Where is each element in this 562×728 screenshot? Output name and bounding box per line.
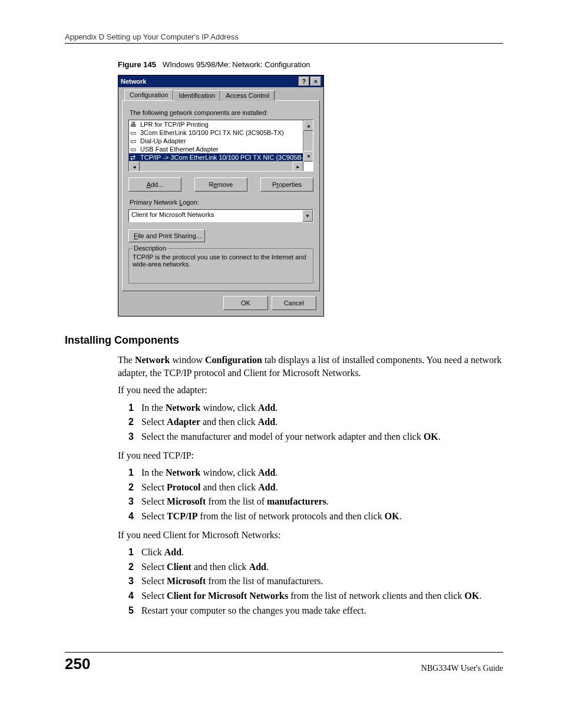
titlebar: Network ? ×: [118, 75, 323, 87]
list-item: 2Select Client and then click Add.: [128, 561, 503, 574]
scroll-left-icon[interactable]: ◄: [129, 162, 140, 172]
scroll-down-icon[interactable]: ▼: [303, 151, 313, 162]
primary-logon-value: Client for Microsoft Networks: [129, 210, 302, 222]
add-button[interactable]: Add...: [128, 177, 181, 192]
intro-paragraph: The Network window Configuration tab dis…: [118, 354, 503, 379]
figure-label: Figure 145: [118, 60, 156, 69]
remove-button[interactable]: Remove: [194, 177, 247, 192]
description-groupbox: Description TCP/IP is the protocol you u…: [128, 248, 313, 284]
list-item: 1In the Network window, click Add.: [128, 466, 503, 479]
list-item: 4Select Client for Microsoft Networks fr…: [128, 589, 503, 602]
protocol-icon: ⇄: [130, 154, 138, 161]
printer-icon: 🖶: [130, 121, 138, 128]
tcpip-steps: 1In the Network window, click Add. 2Sele…: [128, 466, 503, 522]
list-item[interactable]: ⇄TCP/IP -> 3Com EtherLink 10/100 PCI TX …: [129, 153, 313, 162]
tab-identification[interactable]: Identification: [173, 90, 220, 101]
ok-button[interactable]: OK: [223, 296, 268, 310]
list-item: 4Select TCP/IP from the list of network …: [128, 510, 503, 523]
page-footer: 250 NBG334W User's Guide: [65, 652, 503, 673]
description-text: TCP/IP is the protocol you use to connec…: [133, 253, 309, 268]
primary-logon-label: Primary Network Logon:: [130, 199, 313, 206]
need-client-intro: If you need Client for Microsoft Network…: [118, 529, 503, 542]
need-tcpip-intro: If you need TCP/IP:: [118, 449, 503, 462]
close-button[interactable]: ×: [310, 77, 321, 86]
scroll-up-icon[interactable]: ▲: [303, 120, 313, 131]
components-listbox[interactable]: 🖶LPR for TCP/IP Printing ▭3Com EtherLink…: [128, 120, 313, 172]
vertical-scrollbar[interactable]: ▲ ▼: [303, 120, 313, 162]
scroll-right-icon[interactable]: ►: [293, 162, 303, 172]
page-header: Appendix D Setting up Your Computer's IP…: [65, 32, 503, 44]
figure-caption: Figure 145 WIndows 95/98/Me: Network: Co…: [118, 60, 503, 69]
adapter-icon: ▭: [130, 146, 138, 153]
tab-configuration[interactable]: Configuration: [124, 90, 173, 100]
list-item: 3Select Microsoft from the list of manuf…: [128, 575, 503, 588]
dialog-title: Network: [121, 78, 146, 85]
list-item: 2Select Adapter and then click Add.: [128, 416, 503, 429]
page-number: 250: [65, 655, 90, 673]
list-item: 1In the Network window, click Add.: [128, 401, 503, 414]
list-item: 5Restart your computer so the changes yo…: [128, 604, 503, 617]
tab-access-control[interactable]: Access Control: [220, 90, 275, 101]
list-item: 3Select the manufacturer and model of yo…: [128, 430, 503, 443]
adapter-icon: ▭: [130, 129, 138, 136]
help-button[interactable]: ?: [299, 77, 309, 86]
cancel-button[interactable]: Cancel: [272, 296, 316, 310]
adapter-icon: ▭: [130, 137, 138, 144]
need-adapter-intro: If you need the adapter:: [118, 384, 503, 397]
list-item-label: TCP/IP -> 3Com EtherLink 10/100 PCI TX N…: [140, 154, 308, 161]
list-item[interactable]: ▭3Com EtherLink 10/100 PCI TX NIC (3C905…: [129, 129, 313, 137]
list-item: 2Select Protocol and then click Add.: [128, 481, 503, 494]
list-item-label: LPR for TCP/IP Printing: [140, 121, 209, 128]
list-item: 3Select Microsoft from the list of manuf…: [128, 495, 503, 508]
tabstrip: Configuration Identification Access Cont…: [124, 90, 320, 100]
network-dialog: Network ? × Configuration Identification…: [118, 75, 324, 317]
footer-guide: NBG334W User's Guide: [421, 664, 503, 673]
adapter-steps: 1In the Network window, click Add. 2Sele…: [128, 401, 503, 443]
properties-button[interactable]: Properties: [260, 177, 313, 192]
list-item[interactable]: ▭Dial-Up Adapter: [129, 137, 313, 145]
list-item-label: USB Fast Ethernet Adapter: [140, 146, 219, 153]
list-item[interactable]: ▭USB Fast Ethernet Adapter: [129, 145, 313, 153]
primary-logon-dropdown[interactable]: Client for Microsoft Networks ▼: [128, 209, 313, 222]
description-legend: Description: [133, 245, 167, 252]
list-item: 1Click Add.: [128, 546, 503, 559]
file-print-sharing-button[interactable]: File and Print Sharing...: [128, 229, 205, 242]
chevron-down-icon[interactable]: ▼: [302, 210, 313, 222]
tab-panel: The following network components are ins…: [122, 100, 320, 291]
list-item-label: 3Com EtherLink 10/100 PCI TX NIC (3C905B…: [140, 129, 284, 136]
client-steps: 1Click Add. 2Select Client and then clic…: [128, 546, 503, 617]
figure-caption-text: WIndows 95/98/Me: Network: Configuration: [163, 60, 310, 69]
list-item-label: Dial-Up Adapter: [140, 137, 186, 144]
installed-components-label: The following network components are ins…: [130, 109, 313, 116]
horizontal-scrollbar[interactable]: ◄ ►: [129, 161, 303, 171]
list-item[interactable]: 🖶LPR for TCP/IP Printing: [129, 120, 313, 129]
section-heading: Installing Components: [65, 334, 503, 347]
